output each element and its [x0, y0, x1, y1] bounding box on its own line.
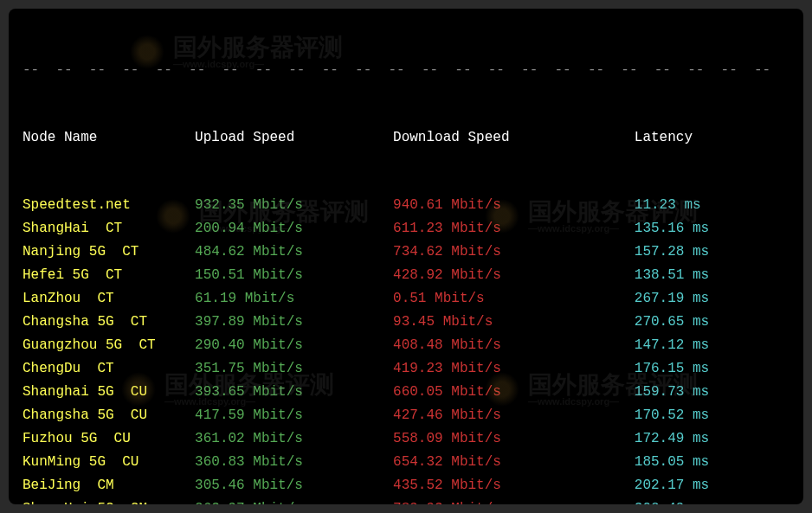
- latency-cell: 176.15 ms: [635, 358, 789, 381]
- table-row: ShangHai 5G CM263.97 Mbit/s789.93 Mbit/s…: [23, 497, 789, 504]
- latency-cell: 267.19 ms: [635, 288, 789, 311]
- latency-cell: 202.17 ms: [635, 475, 789, 497]
- node-name-cell: Changsha 5G CT: [23, 311, 195, 334]
- upload-cell: 417.59 Mbit/s: [195, 405, 393, 427]
- header-row: Node Name Upload Speed Download Speed La…: [23, 126, 789, 150]
- download-cell: 0.51 Mbit/s: [393, 288, 635, 311]
- upload-cell: 397.89 Mbit/s: [195, 311, 393, 334]
- latency-cell: 302.49 ms: [635, 498, 789, 504]
- table-row: Changsha 5G CU417.59 Mbit/s427.46 Mbit/s…: [23, 404, 789, 427]
- terminal-window: -- -- -- -- -- -- -- -- -- -- -- -- -- -…: [9, 9, 803, 504]
- upload-cell: 263.97 Mbit/s: [195, 498, 393, 504]
- header-download: Download Speed: [393, 127, 635, 150]
- upload-cell: 305.46 Mbit/s: [195, 475, 393, 497]
- table-row: KunMing 5G CU360.83 Mbit/s654.32 Mbit/s1…: [23, 451, 789, 474]
- node-name-cell: Fuzhou 5G CU: [23, 428, 195, 451]
- latency-cell: 185.05 ms: [635, 452, 789, 474]
- node-name-cell: ShangHai 5G CM: [23, 498, 195, 504]
- download-cell: 427.46 Mbit/s: [393, 405, 635, 427]
- download-cell: 940.61 Mbit/s: [393, 195, 635, 217]
- download-cell: 408.48 Mbit/s: [393, 335, 635, 357]
- download-cell: 789.93 Mbit/s: [393, 498, 635, 504]
- download-cell: 558.09 Mbit/s: [393, 428, 635, 451]
- upload-cell: 351.75 Mbit/s: [195, 358, 393, 381]
- rows-container: Speedtest.net932.35 Mbit/s940.61 Mbit/s1…: [23, 194, 789, 504]
- upload-cell: 200.94 Mbit/s: [195, 218, 393, 240]
- latency-cell: 159.73 ms: [635, 382, 789, 404]
- latency-cell: 270.65 ms: [635, 311, 789, 334]
- download-cell: 611.23 Mbit/s: [393, 218, 635, 240]
- table-row: LanZhou CT61.19 Mbit/s0.51 Mbit/s267.19 …: [23, 287, 789, 311]
- table-row: Hefei 5G CT150.51 Mbit/s428.92 Mbit/s138…: [23, 264, 789, 287]
- node-name-cell: LanZhou CT: [23, 288, 195, 311]
- download-cell: 93.45 Mbit/s: [393, 311, 635, 334]
- node-name-cell: ChengDu CT: [23, 358, 195, 381]
- node-name-cell: BeiJing CM: [23, 475, 195, 497]
- node-name-cell: Shanghai 5G CU: [23, 382, 195, 404]
- node-name-cell: KunMing 5G CU: [23, 452, 195, 474]
- download-cell: 419.23 Mbit/s: [393, 358, 635, 381]
- node-name-cell: Nanjing 5G CT: [23, 241, 195, 264]
- upload-cell: 361.02 Mbit/s: [195, 428, 393, 451]
- node-name-cell: Speedtest.net: [23, 195, 195, 217]
- latency-cell: 157.28 ms: [635, 241, 789, 264]
- table-row: Speedtest.net932.35 Mbit/s940.61 Mbit/s1…: [23, 194, 789, 217]
- upload-cell: 61.19 Mbit/s: [195, 288, 393, 311]
- upload-cell: 484.62 Mbit/s: [195, 241, 393, 264]
- download-cell: 654.32 Mbit/s: [393, 452, 635, 474]
- download-cell: 435.52 Mbit/s: [393, 475, 635, 497]
- header-latency: Latency: [635, 127, 789, 150]
- table-row: Guangzhou 5G CT290.40 Mbit/s408.48 Mbit/…: [23, 334, 789, 357]
- latency-cell: 172.49 ms: [635, 428, 789, 451]
- table-row: Nanjing 5G CT484.62 Mbit/s734.62 Mbit/s1…: [23, 240, 789, 264]
- node-name-cell: Guangzhou 5G CT: [23, 335, 195, 357]
- header-upload: Upload Speed: [195, 127, 393, 150]
- table-row: ShangHai CT200.94 Mbit/s611.23 Mbit/s135…: [23, 217, 789, 240]
- download-cell: 734.62 Mbit/s: [393, 241, 635, 264]
- latency-cell: 147.12 ms: [635, 335, 789, 357]
- node-name-cell: ShangHai CT: [23, 218, 195, 240]
- latency-cell: 135.16 ms: [635, 218, 789, 240]
- upload-cell: 290.40 Mbit/s: [195, 335, 393, 357]
- table-row: BeiJing CM305.46 Mbit/s435.52 Mbit/s202.…: [23, 474, 789, 497]
- table-row: Shanghai 5G CU393.65 Mbit/s660.05 Mbit/s…: [23, 381, 789, 404]
- top-divider: -- -- -- -- -- -- -- -- -- -- -- -- -- -…: [23, 60, 789, 82]
- upload-cell: 932.35 Mbit/s: [195, 195, 393, 217]
- upload-cell: 393.65 Mbit/s: [195, 382, 393, 404]
- table-row: ChengDu CT351.75 Mbit/s419.23 Mbit/s176.…: [23, 357, 789, 381]
- terminal-content: -- -- -- -- -- -- -- -- -- -- -- -- -- -…: [9, 9, 803, 504]
- node-name-cell: Changsha 5G CU: [23, 405, 195, 427]
- table-row: Changsha 5G CT397.89 Mbit/s93.45 Mbit/s2…: [23, 311, 789, 334]
- download-cell: 660.05 Mbit/s: [393, 382, 635, 404]
- table-row: Fuzhou 5G CU361.02 Mbit/s558.09 Mbit/s17…: [23, 427, 789, 451]
- upload-cell: 150.51 Mbit/s: [195, 265, 393, 287]
- download-cell: 428.92 Mbit/s: [393, 265, 635, 287]
- header-node: Node Name: [23, 127, 195, 150]
- node-name-cell: Hefei 5G CT: [23, 265, 195, 287]
- latency-cell: 138.51 ms: [635, 265, 789, 287]
- upload-cell: 360.83 Mbit/s: [195, 452, 393, 474]
- latency-cell: 170.52 ms: [635, 405, 789, 427]
- latency-cell: 11.23 ms: [635, 195, 789, 217]
